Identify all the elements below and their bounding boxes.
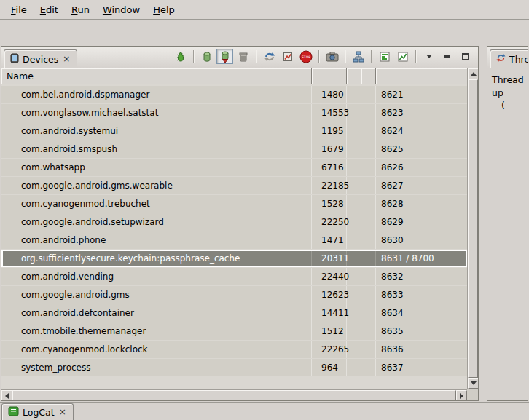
main-toolbar (0, 20, 529, 44)
scroll-up-icon[interactable] (468, 68, 479, 79)
process-col-a (347, 286, 361, 304)
dump-hprof-icon[interactable] (216, 49, 233, 64)
table-row[interactable]: com.android.vending 22440 8632 (1, 268, 467, 285)
stop-process-icon[interactable]: STOP (297, 49, 314, 64)
column-header-a[interactable] (347, 68, 361, 84)
start-opengl-trace-icon[interactable] (394, 49, 411, 64)
threads-panel: Threads × Thread up ( (487, 46, 528, 401)
table-row[interactable]: com.bel.android.dspmanager 1480 8621 (1, 86, 467, 103)
table-row[interactable]: com.google.android.gms 12623 8633 (1, 286, 467, 304)
scrollbar-corner (467, 389, 478, 400)
capture-systrace-icon[interactable] (376, 49, 393, 64)
horizontal-scrollbar[interactable] (1, 389, 467, 400)
menu-run[interactable]: Run (66, 2, 95, 17)
toolbar-separator (415, 50, 416, 63)
table-row[interactable]: com.android.defcontainer 14411 8634 (1, 304, 467, 322)
process-pid: 1195 (312, 122, 347, 140)
table-row[interactable]: system_process 964 8637 (1, 359, 467, 376)
process-port: 8637 (376, 359, 467, 376)
toolbar-separator (256, 50, 256, 63)
process-col-a (347, 322, 361, 340)
toolbar-separator (371, 50, 372, 63)
scroll-right-icon[interactable] (456, 390, 467, 401)
process-pid: 22250 (312, 213, 347, 231)
process-col-b (361, 104, 376, 122)
svg-text:STOP: STOP (301, 55, 310, 58)
table-row[interactable]: org.sufficientlysecure.keychain:passphra… (1, 250, 467, 267)
tab-threads[interactable]: Threads × (490, 49, 528, 68)
process-col-b (361, 213, 376, 231)
process-col-b (361, 159, 376, 176)
minimize-icon[interactable] (439, 49, 455, 64)
process-name: com.vonglasow.michael.satstat (1, 104, 312, 122)
process-col-a (347, 104, 361, 122)
process-pid: 14411 (312, 304, 347, 322)
maximize-icon[interactable] (457, 49, 474, 64)
table-row[interactable]: com.cyanogenmod.lockclock 22265 8636 (1, 341, 467, 358)
panel-sash[interactable] (479, 45, 487, 402)
process-pid: 1471 (312, 231, 347, 249)
table-row[interactable]: com.google.android.gms.wearable 22185 86… (1, 177, 467, 194)
process-port: 8626 (376, 159, 467, 176)
process-col-b (361, 195, 376, 213)
process-pid: 6716 (312, 159, 347, 176)
process-col-a (347, 231, 361, 249)
process-port: 8636 (376, 341, 467, 358)
process-col-b (361, 268, 376, 285)
vertical-scrollbar[interactable] (467, 68, 478, 389)
table-row[interactable]: com.android.systemui 1195 8624 (1, 122, 467, 140)
close-icon[interactable]: × (62, 54, 71, 64)
threads-panel-header: Threads × (487, 47, 528, 68)
dump-view-hierarchy-icon[interactable] (350, 49, 367, 64)
scroll-left-icon[interactable] (1, 390, 12, 401)
tab-logcat[interactable]: LogCat × (1, 403, 74, 420)
process-col-b (361, 304, 376, 322)
process-pid: 14553 (312, 104, 347, 122)
process-col-a (347, 213, 361, 231)
process-port: 8628 (376, 195, 467, 213)
process-col-a (347, 304, 361, 322)
update-heap-icon[interactable] (198, 49, 215, 64)
process-name: com.cyanogenmod.lockclock (1, 341, 312, 358)
update-threads-icon[interactable] (261, 49, 278, 64)
menu-help[interactable]: Help (148, 2, 180, 17)
close-icon[interactable]: × (58, 407, 67, 417)
process-name: com.android.systemui (1, 122, 312, 140)
menu-window[interactable]: Window (98, 2, 145, 17)
view-menu-icon[interactable] (420, 49, 437, 64)
screen-capture-icon[interactable] (324, 49, 340, 64)
tab-devices[interactable]: Devices × (4, 49, 77, 68)
process-port: 8624 (376, 122, 467, 140)
start-method-profiling-icon[interactable] (279, 49, 296, 64)
horizontal-scroll-thumb[interactable] (12, 390, 456, 400)
cause-gc-icon[interactable] (235, 49, 251, 64)
table-row[interactable]: com.android.phone 1471 8630 (1, 231, 467, 249)
column-header-name[interactable]: Name (1, 68, 312, 84)
table-row[interactable]: com.tmobile.thememanager 1512 8635 (1, 322, 467, 340)
process-name: com.android.defcontainer (1, 304, 312, 322)
scroll-down-icon[interactable] (468, 378, 479, 389)
process-pid: 20311 (312, 250, 347, 267)
table-row[interactable]: com.whatsapp 6716 8626 (1, 159, 467, 176)
vertical-scroll-thumb[interactable] (468, 79, 478, 378)
device-table-header: Name (1, 68, 467, 84)
debug-process-icon[interactable] (172, 49, 189, 64)
column-header-port[interactable] (376, 68, 467, 84)
process-pid: 964 (312, 359, 347, 376)
process-name: com.tmobile.thememanager (1, 322, 312, 340)
devices-toolbar: STOP (172, 49, 478, 68)
table-row[interactable]: com.google.android.setupwizard 22250 862… (1, 213, 467, 231)
menu-file[interactable]: File (6, 2, 32, 17)
table-row[interactable]: com.android.smspush 1679 8625 (1, 140, 467, 158)
process-pid: 12623 (312, 286, 347, 304)
table-row[interactable]: com.cyanogenmod.trebuchet 1528 8628 (1, 195, 467, 213)
process-col-b (361, 86, 376, 103)
process-port: 8633 (376, 286, 467, 304)
process-col-a (347, 268, 361, 285)
toolbar-separator (345, 50, 345, 63)
process-port: 8634 (376, 304, 467, 322)
table-row[interactable]: com.vonglasow.michael.satstat 14553 8623 (1, 104, 467, 122)
column-header-pid[interactable] (312, 68, 347, 84)
column-header-b[interactable] (361, 68, 376, 84)
menu-edit[interactable]: Edit (35, 2, 63, 17)
